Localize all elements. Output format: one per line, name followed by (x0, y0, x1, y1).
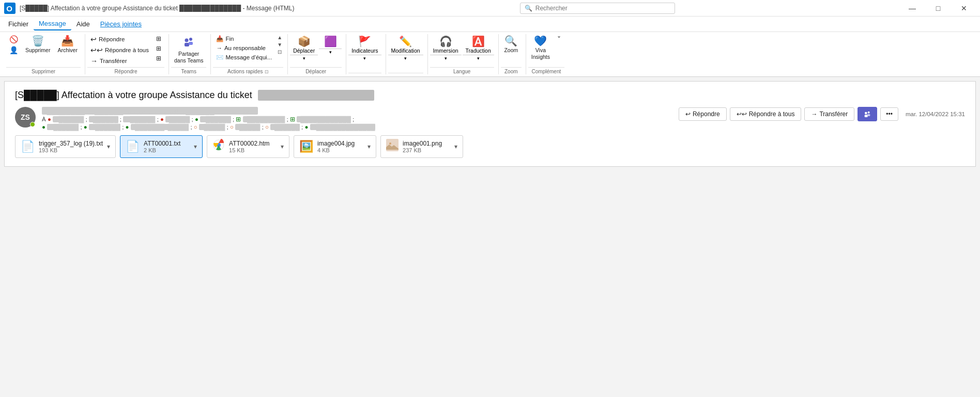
actions-expand-icon[interactable]: ⊡ (265, 69, 269, 74)
maximize-button[interactable]: □ (926, 0, 950, 17)
png-icon (386, 139, 399, 154)
action-responsable-button[interactable]: → Au responsable (213, 44, 275, 52)
teams-reply-button[interactable] (858, 107, 877, 121)
svg-rect-5 (189, 42, 193, 45)
people-icon: 👤 (9, 46, 18, 54)
more-reply-button[interactable]: ⊞ (153, 44, 164, 53)
archive-label: Archiver (57, 47, 78, 54)
attachment-att00002[interactable]: ATT00002.htm 15 KB ▾ (207, 135, 289, 158)
no-junk-button[interactable]: 🚫 (6, 34, 21, 44)
attachment-chevron-1[interactable]: ▾ (107, 143, 110, 150)
group-label-zoom: Zoom (501, 67, 522, 74)
traduction-icon: 🅰️ (472, 35, 485, 47)
svg-rect-8 (865, 115, 868, 117)
more-actions-icon: ••• (886, 110, 893, 118)
no-junk-icon: 🚫 (9, 35, 18, 43)
search-icon: 🔍 (525, 5, 532, 12)
attachment-att00001[interactable]: 📄 ATT00001.txt 2 KB ▾ (120, 135, 203, 158)
minimize-button[interactable]: — (900, 0, 924, 17)
group-label-teams: Teams (171, 67, 206, 74)
menu-message[interactable]: Message (34, 18, 71, 30)
search-input[interactable] (535, 5, 670, 12)
modification-dropdown-button[interactable]: ▾ (388, 55, 423, 61)
immersion-button[interactable]: 🎧 Immersion (430, 34, 462, 55)
people-button[interactable]: 👤 (6, 45, 21, 55)
sender-name: C████████ (M██████ Support) <support@███… (42, 107, 375, 115)
reply-all-label-sm: Répondre à tous (105, 47, 149, 53)
immersion-icon: 🎧 (439, 35, 452, 47)
indicateurs-button[interactable]: 🚩 Indicateurs (348, 34, 381, 55)
attachment-size-4: 4 KB (317, 147, 363, 153)
archive-button[interactable]: 📥 Archiver (54, 34, 81, 55)
sender-row: ZS C████████ (M██████ Support) <support@… (15, 107, 375, 130)
ribbon-group-zoom: 🔍 Zoom Zoom (499, 34, 526, 74)
search-box[interactable]: 🔍 (520, 3, 675, 14)
attachment-chevron-3[interactable]: ▾ (281, 143, 284, 150)
move-label: Déplacer (293, 47, 315, 54)
traduction-button[interactable]: 🅰️ Traduction (463, 34, 494, 55)
menu-fichier[interactable]: Fichier (3, 18, 34, 30)
traduction-label: Traduction (466, 47, 491, 54)
move-dropdown-button[interactable]: ▾ (290, 55, 318, 61)
group-label-modification (388, 73, 423, 74)
teams-share-button[interactable]: Partagerdans Teams (171, 34, 206, 65)
zoom-button[interactable]: 🔍 Zoom (501, 34, 522, 55)
menu-bar: Fichier Message Aide Pièces jointes (0, 17, 980, 32)
group-label-deplacer: Déplacer (290, 67, 342, 74)
attachment-image004[interactable]: 🖼️ image004.jpg 4 KB ▾ (294, 135, 376, 158)
modification-button[interactable]: ✏️ Modification (388, 34, 423, 55)
menu-pieces-jointes[interactable]: Pièces jointes (95, 18, 147, 30)
attachment-chevron-2[interactable]: ▾ (194, 143, 197, 150)
reply-all-icon: ↩↩ (90, 46, 103, 54)
action-equipe-label: Message d'équi... (225, 54, 272, 60)
reply-label: Répondre (693, 110, 720, 118)
attachment-image001[interactable]: image001.png 237 KB ▾ (380, 135, 463, 158)
action-equipe-button[interactable]: ✉️ Message d'équi... (213, 53, 275, 62)
action-fin-icon: 📥 (216, 35, 223, 42)
onenote-button[interactable]: 🟪 (319, 34, 342, 49)
immersion-dropdown-button[interactable]: ▾ (430, 55, 462, 61)
onenote-dropdown-button[interactable]: ▾ (319, 49, 342, 55)
scroll-up-button[interactable]: ▲ (276, 34, 283, 41)
move-button[interactable]: 📦 Déplacer (290, 34, 318, 55)
reply-all-button[interactable]: ↩↩ Répondre à tous (730, 107, 802, 121)
more-actions-button[interactable]: ••• (880, 107, 898, 121)
action-responsable-icon: → (216, 45, 222, 51)
forward-button[interactable]: → Transférer (804, 107, 854, 121)
forward-options-button[interactable]: ⊞ (153, 54, 164, 63)
reply-all-icon-inline: ↩↩ (737, 110, 747, 118)
ribbon-expand-button[interactable]: ˅ (554, 34, 564, 44)
attachment-trigger-log[interactable]: 📄 trigger_357_log (19).txt 193 KB ▾ (15, 135, 116, 158)
menu-aide[interactable]: Aide (71, 18, 95, 30)
attachment-name-3: ATT00002.htm (229, 140, 277, 147)
email-content: [S█████] Affectation à votre groupe Assi… (4, 81, 976, 167)
attachment-size-1: 193 KB (39, 147, 103, 153)
forward-button-sm[interactable]: → Transférer (87, 56, 152, 66)
reply-button-sm[interactable]: ↩ Répondre (87, 34, 152, 44)
svg-point-3 (185, 39, 189, 42)
reply-all-label: Répondre à tous (749, 110, 795, 118)
reply-options-button[interactable]: ⊞ (153, 34, 164, 43)
viva-insights-button[interactable]: 💙 VivaInsights (528, 34, 553, 61)
ribbon-group-indicateurs: 🚩 Indicateurs ▾ (346, 34, 386, 74)
svg-text:O: O (6, 4, 12, 12)
expand-button[interactable]: ⊡ (276, 49, 283, 55)
sender-name-text: C████████ (M██████ Support) <support@███… (42, 107, 258, 115)
forward-options-icon: ⊞ (156, 55, 161, 62)
reply-icon-inline: ↩ (685, 110, 691, 118)
scroll-down-button[interactable]: ▼ (276, 41, 283, 48)
group-label-supprimer: Supprimer (6, 67, 81, 74)
svg-rect-4 (185, 43, 189, 46)
attachment-name-5: image001.png (403, 140, 450, 147)
indicateurs-dropdown-button[interactable]: ▾ (348, 55, 381, 61)
delete-button[interactable]: 🗑️ Supprimer (22, 34, 53, 55)
ribbon-group-deplacer: 📦 Déplacer ▾ 🟪 ▾ Déplacer (288, 34, 346, 74)
attachment-chevron-5[interactable]: ▾ (454, 143, 457, 150)
traduction-dropdown-button[interactable]: ▾ (463, 55, 494, 61)
teams-icon (182, 36, 195, 50)
reply-all-button-sm[interactable]: ↩↩ Répondre à tous (87, 45, 152, 55)
reply-button[interactable]: ↩ Répondre (679, 107, 727, 121)
action-fin-button[interactable]: 📥 Fin (213, 34, 275, 43)
close-button[interactable]: ✕ (952, 0, 976, 17)
attachment-chevron-4[interactable]: ▾ (368, 143, 371, 150)
